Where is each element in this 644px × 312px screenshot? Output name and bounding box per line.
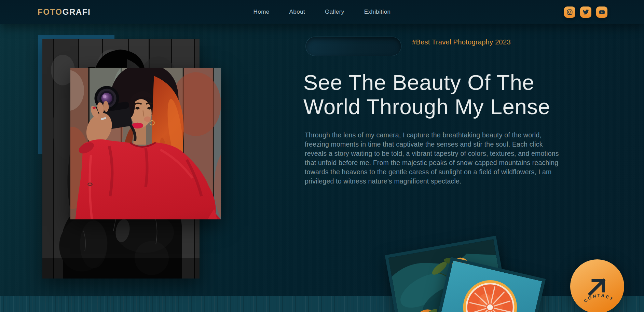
hero-tagline: #Best Travel Photography 2023 bbox=[412, 37, 511, 47]
youtube-button[interactable] bbox=[596, 6, 607, 18]
footer-pattern-band bbox=[0, 296, 644, 312]
main-nav: Home About Gallery Exhibition bbox=[0, 0, 644, 24]
nav-item-home[interactable]: Home bbox=[254, 9, 270, 15]
portrait-photo-color bbox=[70, 68, 221, 219]
instagram-button[interactable] bbox=[564, 6, 575, 18]
twitter-button[interactable] bbox=[580, 6, 591, 18]
nav-item-gallery[interactable]: Gallery bbox=[325, 9, 344, 15]
hero-heading: See The Beauty Of The World Through My L… bbox=[303, 70, 597, 119]
nav-item-about[interactable]: About bbox=[289, 9, 305, 15]
twitter-icon bbox=[583, 9, 589, 15]
decorative-pill bbox=[305, 37, 401, 56]
instagram-icon bbox=[566, 9, 573, 15]
youtube-icon bbox=[599, 9, 605, 15]
social-links bbox=[564, 6, 607, 18]
contact-badge-button[interactable]: CONTACT - SEND ME AN EMAIL bbox=[570, 259, 624, 312]
hero-heading-line1: See The Beauty Of The bbox=[303, 70, 534, 94]
hero-paragraph: Through the lens of my camera, I capture… bbox=[305, 131, 562, 186]
hero-heading-line2: World Through My Lense bbox=[303, 95, 550, 119]
navbar: FOTOGRAFI Home About Gallery Exhibition bbox=[0, 0, 644, 24]
nav-item-exhibition[interactable]: Exhibition bbox=[364, 9, 391, 15]
page: FOTOGRAFI Home About Gallery Exhibition bbox=[0, 0, 644, 312]
